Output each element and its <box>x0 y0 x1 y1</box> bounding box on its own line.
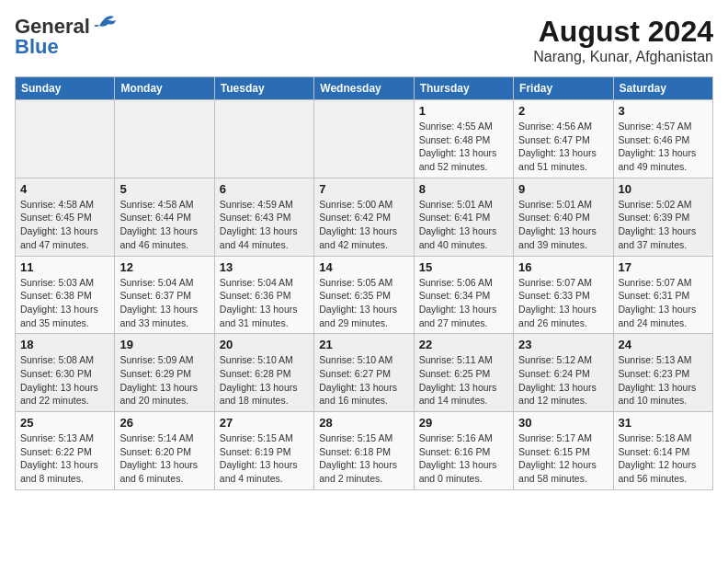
calendar-day-cell: 6Sunrise: 4:59 AM Sunset: 6:43 PM Daylig… <box>214 178 313 256</box>
day-number: 18 <box>20 338 109 351</box>
calendar-day-cell: 17Sunrise: 5:07 AM Sunset: 6:31 PM Dayli… <box>613 256 712 334</box>
day-info: Sunrise: 5:07 AM Sunset: 6:31 PM Dayligh… <box>619 276 708 330</box>
day-number: 2 <box>518 104 608 118</box>
col-wednesday: Wednesday <box>314 77 414 100</box>
day-info: Sunrise: 5:01 AM Sunset: 6:40 PM Dayligh… <box>518 198 608 252</box>
calendar-header-row: Sunday Monday Tuesday Wednesday Thursday… <box>16 77 713 100</box>
calendar-day-cell <box>16 100 115 178</box>
col-monday: Monday <box>115 77 214 100</box>
calendar-day-cell: 22Sunrise: 5:11 AM Sunset: 6:25 PM Dayli… <box>414 334 513 412</box>
day-number: 8 <box>419 182 508 196</box>
day-info: Sunrise: 5:17 AM Sunset: 6:15 PM Dayligh… <box>518 431 608 486</box>
calendar-day-cell: 16Sunrise: 5:07 AM Sunset: 6:33 PM Dayli… <box>514 256 613 334</box>
day-number: 9 <box>518 182 608 196</box>
day-number: 22 <box>419 338 508 351</box>
calendar-day-cell: 1Sunrise: 4:55 AM Sunset: 6:48 PM Daylig… <box>414 100 513 178</box>
day-number: 10 <box>619 182 708 196</box>
day-info: Sunrise: 5:11 AM Sunset: 6:25 PM Dayligh… <box>419 353 508 408</box>
day-info: Sunrise: 4:57 AM Sunset: 6:46 PM Dayligh… <box>619 120 708 174</box>
calendar-day-cell <box>314 100 414 178</box>
day-number: 5 <box>119 182 209 196</box>
day-number: 11 <box>20 260 109 274</box>
day-number: 16 <box>518 260 608 274</box>
calendar-day-cell: 4Sunrise: 4:58 AM Sunset: 6:45 PM Daylig… <box>16 178 115 256</box>
day-number: 6 <box>220 182 309 196</box>
calendar-week-row: 18Sunrise: 5:08 AM Sunset: 6:30 PM Dayli… <box>16 334 713 412</box>
day-number: 31 <box>619 416 708 430</box>
calendar-day-cell: 5Sunrise: 4:58 AM Sunset: 6:44 PM Daylig… <box>115 178 214 256</box>
day-number: 24 <box>619 338 708 351</box>
day-number: 17 <box>619 260 708 274</box>
col-saturday: Saturday <box>613 77 712 100</box>
calendar-week-row: 1Sunrise: 4:55 AM Sunset: 6:48 PM Daylig… <box>16 100 713 178</box>
day-number: 14 <box>319 260 408 274</box>
day-info: Sunrise: 5:04 AM Sunset: 6:37 PM Dayligh… <box>119 276 209 330</box>
calendar-day-cell: 19Sunrise: 5:09 AM Sunset: 6:29 PM Dayli… <box>115 334 214 412</box>
title-block: August 2024 Narang, Kunar, Afghanistan <box>533 15 713 65</box>
day-number: 15 <box>419 260 508 274</box>
calendar-week-row: 11Sunrise: 5:03 AM Sunset: 6:38 PM Dayli… <box>16 256 713 334</box>
col-tuesday: Tuesday <box>214 77 313 100</box>
calendar-day-cell: 25Sunrise: 5:13 AM Sunset: 6:22 PM Dayli… <box>16 412 115 490</box>
calendar-table: Sunday Monday Tuesday Wednesday Thursday… <box>15 76 713 490</box>
day-number: 4 <box>20 182 109 196</box>
calendar-day-cell: 14Sunrise: 5:05 AM Sunset: 6:35 PM Dayli… <box>314 256 414 334</box>
day-number: 29 <box>419 416 508 430</box>
day-number: 30 <box>518 416 608 430</box>
calendar-day-cell: 31Sunrise: 5:18 AM Sunset: 6:14 PM Dayli… <box>613 412 712 490</box>
calendar-day-cell: 24Sunrise: 5:13 AM Sunset: 6:23 PM Dayli… <box>613 334 712 412</box>
calendar-day-cell: 18Sunrise: 5:08 AM Sunset: 6:30 PM Dayli… <box>16 334 115 412</box>
calendar-day-cell: 9Sunrise: 5:01 AM Sunset: 6:40 PM Daylig… <box>514 178 613 256</box>
day-number: 26 <box>119 416 209 430</box>
day-info: Sunrise: 5:10 AM Sunset: 6:28 PM Dayligh… <box>220 353 309 408</box>
col-friday: Friday <box>514 77 613 100</box>
calendar-day-cell <box>214 100 313 178</box>
day-number: 28 <box>319 416 408 430</box>
day-info: Sunrise: 4:55 AM Sunset: 6:48 PM Dayligh… <box>419 120 508 174</box>
day-number: 3 <box>619 104 708 118</box>
calendar-day-cell: 12Sunrise: 5:04 AM Sunset: 6:37 PM Dayli… <box>115 256 214 334</box>
day-info: Sunrise: 5:09 AM Sunset: 6:29 PM Dayligh… <box>119 353 209 408</box>
calendar-week-row: 4Sunrise: 4:58 AM Sunset: 6:45 PM Daylig… <box>16 178 713 256</box>
day-number: 7 <box>319 182 408 196</box>
day-info: Sunrise: 4:59 AM Sunset: 6:43 PM Dayligh… <box>220 198 309 252</box>
day-info: Sunrise: 5:18 AM Sunset: 6:14 PM Dayligh… <box>619 431 708 486</box>
calendar-day-cell: 15Sunrise: 5:06 AM Sunset: 6:34 PM Dayli… <box>414 256 513 334</box>
calendar-day-cell: 29Sunrise: 5:16 AM Sunset: 6:16 PM Dayli… <box>414 412 513 490</box>
day-info: Sunrise: 5:02 AM Sunset: 6:39 PM Dayligh… <box>619 198 708 252</box>
day-number: 13 <box>220 260 309 274</box>
logo-blue-text: Blue <box>15 35 59 59</box>
calendar-day-cell: 23Sunrise: 5:12 AM Sunset: 6:24 PM Dayli… <box>514 334 613 412</box>
calendar-day-cell: 11Sunrise: 5:03 AM Sunset: 6:38 PM Dayli… <box>16 256 115 334</box>
day-info: Sunrise: 4:58 AM Sunset: 6:44 PM Dayligh… <box>119 198 209 252</box>
day-info: Sunrise: 5:15 AM Sunset: 6:18 PM Dayligh… <box>319 431 408 486</box>
day-number: 20 <box>220 338 309 351</box>
col-sunday: Sunday <box>16 77 115 100</box>
calendar-day-cell: 30Sunrise: 5:17 AM Sunset: 6:15 PM Dayli… <box>514 412 613 490</box>
day-info: Sunrise: 5:06 AM Sunset: 6:34 PM Dayligh… <box>419 276 508 330</box>
calendar-subtitle: Narang, Kunar, Afghanistan <box>533 49 713 65</box>
day-info: Sunrise: 5:01 AM Sunset: 6:41 PM Dayligh… <box>419 198 508 252</box>
day-info: Sunrise: 5:12 AM Sunset: 6:24 PM Dayligh… <box>518 353 608 408</box>
calendar-day-cell: 2Sunrise: 4:56 AM Sunset: 6:47 PM Daylig… <box>514 100 613 178</box>
day-info: Sunrise: 5:13 AM Sunset: 6:23 PM Dayligh… <box>619 353 708 408</box>
col-thursday: Thursday <box>414 77 513 100</box>
day-info: Sunrise: 4:56 AM Sunset: 6:47 PM Dayligh… <box>518 120 608 174</box>
day-info: Sunrise: 5:03 AM Sunset: 6:38 PM Dayligh… <box>20 276 109 330</box>
calendar-day-cell: 7Sunrise: 5:00 AM Sunset: 6:42 PM Daylig… <box>314 178 414 256</box>
day-number: 21 <box>319 338 408 351</box>
day-number: 25 <box>20 416 109 430</box>
day-info: Sunrise: 5:04 AM Sunset: 6:36 PM Dayligh… <box>220 276 309 330</box>
day-info: Sunrise: 5:16 AM Sunset: 6:16 PM Dayligh… <box>419 431 508 486</box>
calendar-day-cell <box>115 100 214 178</box>
day-info: Sunrise: 5:15 AM Sunset: 6:19 PM Dayligh… <box>220 431 309 486</box>
header: General Blue August 2024 Narang, Kunar, … <box>15 15 713 65</box>
calendar-day-cell: 20Sunrise: 5:10 AM Sunset: 6:28 PM Dayli… <box>214 334 313 412</box>
calendar-day-cell: 13Sunrise: 5:04 AM Sunset: 6:36 PM Dayli… <box>214 256 313 334</box>
calendar-day-cell: 27Sunrise: 5:15 AM Sunset: 6:19 PM Dayli… <box>214 412 313 490</box>
calendar-title: August 2024 <box>533 15 713 49</box>
day-number: 27 <box>220 416 309 430</box>
calendar-day-cell: 3Sunrise: 4:57 AM Sunset: 6:46 PM Daylig… <box>613 100 712 178</box>
day-info: Sunrise: 5:00 AM Sunset: 6:42 PM Dayligh… <box>319 198 408 252</box>
day-info: Sunrise: 5:14 AM Sunset: 6:20 PM Dayligh… <box>119 431 209 486</box>
